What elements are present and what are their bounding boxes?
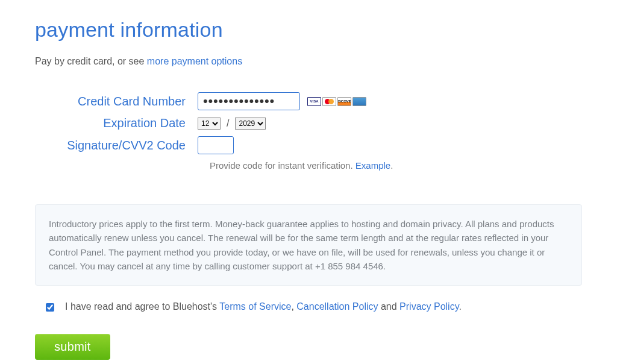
date-separator: / xyxy=(227,118,229,129)
tos-link[interactable]: Terms of Service xyxy=(219,301,291,312)
discover-icon: DISCOVER xyxy=(337,97,351,106)
cvv-input[interactable] xyxy=(198,136,234,154)
agree-sep2: and xyxy=(378,301,400,312)
card-number-input[interactable] xyxy=(198,92,300,110)
renewal-notice: Introductory prices apply to the first t… xyxy=(35,204,582,286)
label-card-number: Credit Card Number xyxy=(35,95,198,108)
cvv-hint: Provide code for instant verification. E… xyxy=(210,160,582,171)
cancellation-policy-link[interactable]: Cancellation Policy xyxy=(296,301,378,312)
label-expiration: Expiration Date xyxy=(35,116,198,130)
amex-icon xyxy=(352,97,366,106)
row-expiration: Expiration Date 12 / 2029 xyxy=(35,116,582,130)
intro-prefix: Pay by credit card, or see xyxy=(35,56,147,66)
field-card-number: VISA DISCOVER xyxy=(198,92,366,110)
privacy-policy-link[interactable]: Privacy Policy xyxy=(399,301,459,312)
label-cvv: Signature/CVV2 Code xyxy=(35,139,198,152)
agree-sep1: , xyxy=(291,301,296,312)
cvv-hint-prefix: Provide code for instant verification. xyxy=(210,160,355,171)
more-payment-options-link[interactable]: more payment options xyxy=(147,56,242,66)
field-cvv xyxy=(198,136,234,154)
card-brand-icons: VISA DISCOVER xyxy=(307,97,366,106)
exp-year-select[interactable]: 2029 xyxy=(235,118,266,130)
intro-text: Pay by credit card, or see more payment … xyxy=(35,56,582,67)
visa-icon: VISA xyxy=(307,97,321,106)
submit-button[interactable]: submit xyxy=(35,334,110,360)
row-cvv: Signature/CVV2 Code xyxy=(35,136,582,154)
cvv-example-link[interactable]: Example xyxy=(355,160,390,171)
agreement-row: I have read and agree to Bluehost's Term… xyxy=(35,301,582,312)
agree-suffix: . xyxy=(459,301,461,312)
page-title: payment information xyxy=(35,18,582,42)
field-expiration: 12 / 2029 xyxy=(198,118,266,130)
cvv-hint-suffix: . xyxy=(390,160,393,171)
agree-prefix: I have read and agree to Bluehost's xyxy=(65,301,219,312)
exp-month-select[interactable]: 12 xyxy=(198,118,221,130)
row-card-number: Credit Card Number VISA DISCOVER xyxy=(35,92,582,110)
agree-text: I have read and agree to Bluehost's Term… xyxy=(65,301,462,312)
agree-checkbox[interactable] xyxy=(46,303,54,312)
mastercard-icon xyxy=(322,97,336,106)
